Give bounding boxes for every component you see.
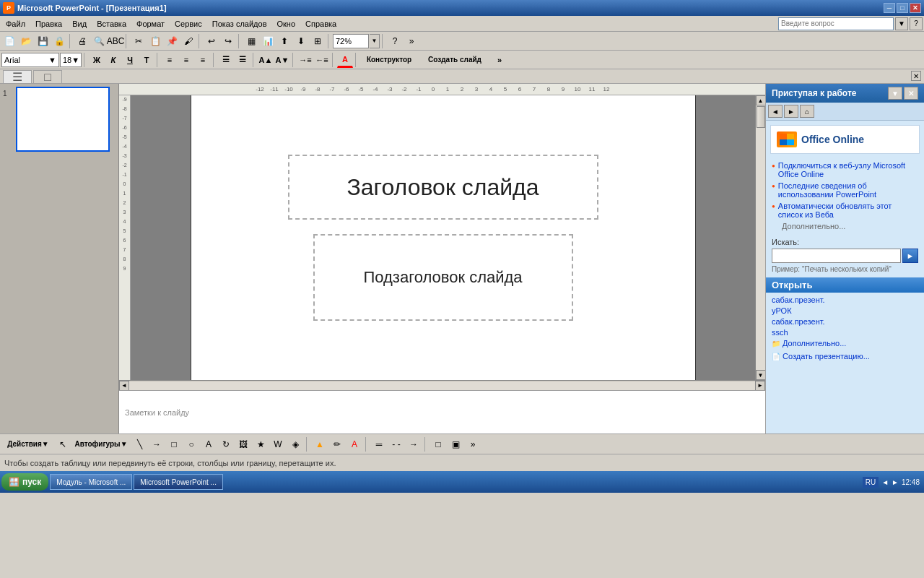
format-painter-btn[interactable]: 🖌 xyxy=(180,33,196,49)
cut-btn[interactable]: ✂ xyxy=(131,33,147,49)
scroll-thumb-v[interactable] xyxy=(757,106,765,128)
menu-edit[interactable]: Правка xyxy=(31,18,66,30)
slide-subtitle-box[interactable]: Подзаголовок слайда xyxy=(313,234,573,321)
grid-btn[interactable]: ⊞ xyxy=(310,33,326,49)
new-slide-btn[interactable]: Создать слайд xyxy=(419,52,491,68)
permission-btn[interactable]: 🔒 xyxy=(51,33,67,49)
help-go-btn[interactable]: ? xyxy=(910,17,923,30)
slide-thumb-1[interactable] xyxy=(16,87,110,152)
slide-canvas[interactable]: Заголовок слайда Подзаголовок слайда xyxy=(191,95,696,380)
open-file-4[interactable]: ssch xyxy=(772,328,918,337)
more-draw-btn[interactable]: » xyxy=(465,436,481,452)
zoom-dropdown[interactable]: ▼ xyxy=(370,34,380,48)
arrow-style-btn[interactable]: → xyxy=(406,436,422,452)
underline-btn[interactable]: Ч xyxy=(122,52,138,68)
align-right-btn[interactable]: ≡ xyxy=(195,52,211,68)
collapse-btn[interactable]: ⬇ xyxy=(293,33,309,49)
decrease-font-btn[interactable]: A▼ xyxy=(274,52,290,68)
save-btn[interactable]: 💾 xyxy=(35,33,51,49)
preview-btn[interactable]: 🔍 xyxy=(91,33,107,49)
panel-expand-btn[interactable]: ▼ xyxy=(888,87,902,100)
copy-btn[interactable]: 📋 xyxy=(147,33,163,49)
align-center-btn[interactable]: ≡ xyxy=(178,52,194,68)
bullets-btn[interactable]: ☰ xyxy=(218,52,234,68)
panel-close-btn[interactable]: ✕ xyxy=(911,71,921,81)
panel-forward-btn[interactable]: ► xyxy=(784,105,798,118)
new-btn[interactable]: 📄 xyxy=(1,33,17,49)
link-update[interactable]: Автоматически обновлять этот список из В… xyxy=(772,202,918,219)
more-btn[interactable]: » xyxy=(404,33,419,49)
tab-slides[interactable]: ☰ xyxy=(3,70,32,83)
insert-chart-btn[interactable]: 📊 xyxy=(260,33,276,49)
open-more-files[interactable]: Дополнительно... xyxy=(772,339,918,348)
line-btn[interactable]: ╲ xyxy=(131,436,147,452)
open-file-1[interactable]: сабак.презент. xyxy=(772,296,918,304)
autoshapes-btn[interactable]: Автофигуры▼ xyxy=(72,436,130,452)
start-button[interactable]: 🪟 пуск xyxy=(1,473,48,491)
shadow-btn[interactable]: Т xyxy=(139,52,154,68)
help-dropdown-btn[interactable]: ▼ xyxy=(895,17,908,30)
link-connect[interactable]: Подключиться к веб-узлу Microsoft Office… xyxy=(772,161,918,178)
panel-close-x-btn[interactable]: ✕ xyxy=(904,87,918,100)
search-input[interactable] xyxy=(772,249,901,263)
menu-tools[interactable]: Сервис xyxy=(170,18,206,30)
3d-style-btn[interactable]: ▣ xyxy=(448,436,463,452)
line-style-btn[interactable]: ═ xyxy=(371,436,387,452)
font-name-box[interactable]: Arial ▼ xyxy=(1,53,59,67)
designer-btn[interactable]: Конструктор xyxy=(360,52,418,68)
insert-table-btn[interactable]: ▦ xyxy=(243,33,259,49)
slide-title-box[interactable]: Заголовок слайда xyxy=(288,155,598,220)
tab-outline[interactable]: □ xyxy=(33,70,62,83)
increase-font-btn[interactable]: A▲ xyxy=(258,52,274,68)
menu-window[interactable]: Окно xyxy=(273,18,300,30)
minimize-button[interactable]: ─ xyxy=(884,3,895,13)
bold-btn[interactable]: Ж xyxy=(89,52,105,68)
ellipse-btn[interactable]: ○ xyxy=(183,436,199,452)
scroll-up-btn[interactable]: ▲ xyxy=(756,95,766,105)
fill-color-btn[interactable]: ▲ xyxy=(312,436,328,452)
arrow-btn[interactable]: → xyxy=(149,436,165,452)
clipart-btn[interactable]: ★ xyxy=(253,436,269,452)
numbering-btn[interactable]: ☰ xyxy=(235,52,250,68)
font-color-btn[interactable]: A xyxy=(337,52,353,68)
select-btn[interactable]: ↖ xyxy=(55,436,71,452)
shadow-style-btn[interactable]: □ xyxy=(430,436,446,452)
align-left-btn[interactable]: ≡ xyxy=(162,52,178,68)
font-size-box[interactable]: 18 ▼ xyxy=(60,53,82,67)
scroll-left-btn[interactable]: ◄ xyxy=(119,381,129,391)
rect-btn[interactable]: □ xyxy=(166,436,182,452)
wordart-btn[interactable]: W xyxy=(270,436,286,452)
open-file-2[interactable]: уРОК xyxy=(772,306,918,315)
create-presentation-link[interactable]: Создать презентацию... xyxy=(766,350,924,362)
panel-back-btn[interactable]: ◄ xyxy=(768,105,783,118)
link-more[interactable]: Дополнительно... xyxy=(772,222,918,230)
img-btn[interactable]: 🖼 xyxy=(235,436,251,452)
menu-file[interactable]: Файл xyxy=(1,18,30,30)
font-color-draw-btn[interactable]: A xyxy=(346,436,362,452)
rotate-btn[interactable]: ↻ xyxy=(218,436,234,452)
print-btn[interactable]: 🖨 xyxy=(74,33,90,49)
search-go-btn[interactable]: ► xyxy=(902,249,918,263)
increase-indent-btn[interactable]: →≡ xyxy=(297,52,313,68)
menu-format[interactable]: Формат xyxy=(132,18,169,30)
menu-insert[interactable]: Вставка xyxy=(92,18,131,30)
menu-view[interactable]: Вид xyxy=(68,18,91,30)
notes-area[interactable]: Заметки к слайду xyxy=(119,390,765,434)
line-color-btn[interactable]: ✏ xyxy=(329,436,345,452)
scroll-down-btn[interactable]: ▼ xyxy=(756,370,766,380)
open-btn[interactable]: 📂 xyxy=(18,33,34,49)
textbox-btn[interactable]: A xyxy=(201,436,217,452)
scroll-right-btn[interactable]: ► xyxy=(755,381,765,391)
diagram-btn[interactable]: ◈ xyxy=(287,436,303,452)
maximize-button[interactable]: □ xyxy=(897,3,908,13)
taskbar-item-2[interactable]: Microsoft PowerPoint ... xyxy=(134,474,223,490)
spell-btn[interactable]: ABC xyxy=(108,33,123,49)
menu-slideshow[interactable]: Показ слайдов xyxy=(208,18,271,30)
more-fmt-btn[interactable]: » xyxy=(492,52,507,68)
italic-btn[interactable]: К xyxy=(105,52,121,68)
help-input[interactable] xyxy=(778,17,894,30)
redo-btn[interactable]: ↪ xyxy=(220,33,236,49)
dash-style-btn[interactable]: - - xyxy=(388,436,404,452)
decrease-indent-btn[interactable]: ←≡ xyxy=(314,52,330,68)
open-file-3[interactable]: сабак.презент. xyxy=(772,317,918,326)
